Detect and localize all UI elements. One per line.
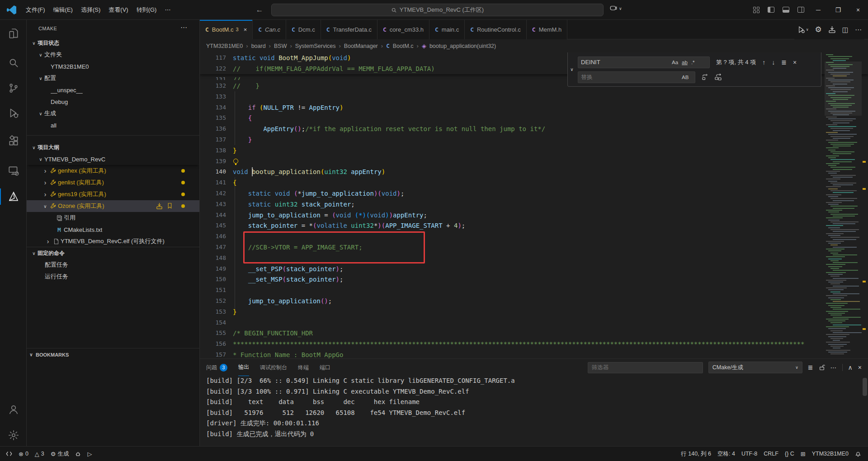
panel-tab-输出[interactable]: 输出 [238,359,249,376]
tree-item--[interactable]: ∨固定的命令 [27,247,199,259]
bookmark-icon[interactable] [167,202,173,209]
tree-item--[interactable]: ∨生成 [27,108,199,119]
toggle-panel-icon[interactable] [783,7,789,13]
status-utf-8[interactable]: UTF-8 [738,449,760,459]
menu-0[interactable]: 文件(F) [22,4,49,16]
status-gear--[interactable]: ⚙生成 [47,449,72,459]
activity-cmake-icon[interactable] [0,186,27,207]
settings-gear-icon[interactable]: ⚙ [815,25,822,34]
tree-item--[interactable]: 引用 [27,212,199,224]
run-debug-dropdown-icon[interactable]: ∨ [797,25,809,34]
tab-bootm.c[interactable]: CBootM.c3× [200,20,253,39]
overview-ruler[interactable] [862,52,868,358]
replace-icon[interactable] [702,74,708,80]
minimap[interactable] [825,52,862,358]
code-line-157[interactable]: 157* Function_Name : BootM_AppGo [200,349,868,358]
bookmarks-section-header[interactable]: ∨ BOOKMARKS [27,348,200,361]
tree-item-debug[interactable]: Debug [27,96,199,108]
code-line-152[interactable]: 152 jump_to_application(); [200,296,868,306]
replace-all-icon[interactable] [715,74,722,81]
nav-back-icon[interactable]: ← [251,5,267,14]
find-in-selection-icon[interactable]: ≣ [781,59,787,66]
more-icon[interactable]: ⋯ [855,26,862,34]
replace-input[interactable] [578,71,695,83]
window-close-button[interactable]: × [848,0,868,19]
output-log[interactable]: [build] [2/3 66% :: 0.549] Linking C sta… [206,377,857,445]
tree-item--[interactable]: ∨项目大纲 [27,141,199,153]
window-minimize-button[interactable]: ─ [808,0,828,19]
code-line-154[interactable]: 154 [200,317,868,328]
activity-run-debug-icon[interactable] [0,102,27,124]
breadcrumb-item[interactable]: BSW [274,43,287,49]
toggle-replace-chevron-icon[interactable]: ∨ [568,52,576,86]
lightbulb-icon[interactable] [233,159,238,164]
status--4[interactable]: 空格: 4 [714,449,738,459]
output-filter-input[interactable] [588,362,703,373]
sidebar-more-actions-icon[interactable]: ⋯ [180,24,187,32]
panel-tab-问题[interactable]: 问题3 [206,359,227,376]
panel-tab-终端[interactable]: 终端 [298,359,309,376]
tree-item-cmakelists-txt[interactable]: MCMakeLists.txt [27,224,199,235]
code-line-153[interactable]: 153} [200,306,868,317]
panel-tab-端口[interactable]: 端口 [320,359,330,376]
activity-source-control-icon[interactable] [0,77,27,99]
output-channel-select[interactable]: CMake/生成 ∨ [708,362,802,373]
tree-item-ytm32b1me0[interactable]: YTM32B1ME0 [27,61,199,72]
menu-4[interactable]: 转到(G) [132,4,161,16]
breadcrumb-item[interactable]: SystemServices [295,43,336,49]
code-line-149[interactable]: 149 __set_PSP(stack_pointer); [200,263,868,274]
code-line-136[interactable]: 136 AppEntry();/*if the application rese… [200,123,868,134]
next-match-icon[interactable]: ↓ [772,59,775,66]
status-error-0[interactable]: ⊗0 [15,449,32,459]
window-restore-button[interactable]: ❐ [828,0,848,19]
code-line-135[interactable]: 135 { [200,113,868,123]
menu-2[interactable]: 选择(S) [77,4,104,16]
code-line-143[interactable]: 143 static uint32 stack_pointer; [200,199,868,210]
tab-dcm.c[interactable]: CDcm.c [286,20,321,39]
tree-item-gens19-[interactable]: ›gens19 (实用工具) [27,188,199,200]
status-remote[interactable] [3,449,15,459]
status-bell[interactable] [852,449,864,459]
maximize-panel-icon[interactable]: ∧ [848,364,853,371]
unlock-scroll-icon[interactable] [819,364,825,371]
code-editor[interactable]: 131//132// }133134 if (NULL_PTR != AppEn… [200,52,868,358]
panel-more-actions-icon[interactable]: ⋯ [830,364,837,371]
tab-can.c[interactable]: CCan.c [253,20,286,39]
breadcrumb-symbol[interactable]: bootup_application(uint32) [429,43,496,49]
tree-item--[interactable]: ∨项目状态 [27,37,199,49]
status-ytm32b1me0[interactable]: YTM32B1ME0 [809,449,852,459]
code-line-144[interactable]: 144 jump_to_application = (void (*)(void… [200,210,868,221]
toggle-secondary-sidebar-icon[interactable] [797,7,804,13]
status-play[interactable]: ▷ [84,449,95,459]
status-crlf[interactable]: CRLF [760,449,782,459]
tree-item--[interactable]: 运行任务 [27,271,199,282]
close-find-widget-icon[interactable]: × [793,59,797,66]
code-line-139[interactable]: 139 [200,156,868,167]
close-panel-icon[interactable]: × [858,364,862,371]
code-line-140[interactable]: 140void bootup_application(uint32 appEnt… [200,166,868,177]
tree-item-genhex-[interactable]: ›genhex (实用工具) [27,165,199,177]
activity-account-icon[interactable] [0,399,27,420]
activity-extensions-icon[interactable] [0,130,27,152]
copilot-button[interactable]: ∨ [609,5,622,13]
regex-icon[interactable]: .* [691,60,695,65]
code-line-134[interactable]: 134 if (NULL_PTR != AppEntry) [200,102,868,113]
activity-explorer-icon[interactable] [0,23,27,44]
activity-remote-explorer-icon[interactable] [0,160,27,182]
breadcrumb-file[interactable]: BootM.c [393,43,414,49]
panel-tab-调试控制台[interactable]: 调试控制台 [260,359,287,376]
tab-main.c[interactable]: Cmain.c [429,20,465,39]
split-editor-icon[interactable]: ◫ [842,26,849,34]
tree-item-genlist-[interactable]: ›genlist (实用工具) [27,177,199,188]
install-icon[interactable] [828,26,836,33]
tree-item--[interactable]: ∨配置 [27,72,199,84]
code-line-145[interactable]: 145 stack_pointer = *(volatile uint32*)(… [200,220,868,231]
code-line-141[interactable]: 141{ [200,177,868,188]
status--140-6[interactable]: 行 140, 列 6 [678,449,714,459]
tab-memm.h[interactable]: CMemM.h [527,20,567,39]
menu-1[interactable]: 编辑(E) [49,4,77,16]
status-bug[interactable] [72,449,84,459]
status-warning-3[interactable]: △3 [32,449,47,459]
code-line-155[interactable]: 155/* BEGIN_FUNCTION_HDR [200,328,868,339]
status--c[interactable]: {} C [782,449,797,459]
